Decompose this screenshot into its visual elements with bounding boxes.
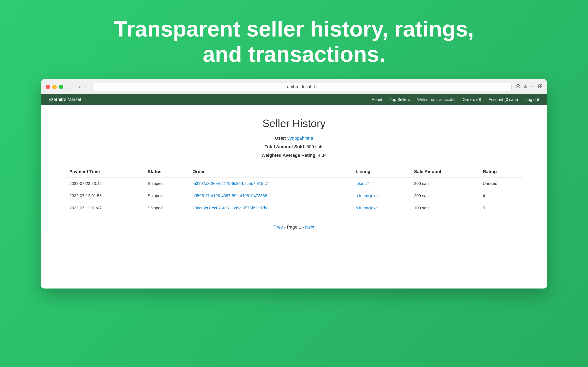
browser-chrome: umbrel.local ↻ [41,79,547,94]
col-order: Order [189,166,352,177]
order-link-0[interactable]: fa2207a3-2ee4-4175-9c86-b2cab7fe15d7 [192,181,268,186]
cell-listing-0: joke #2 [352,177,410,190]
cell-sale-amount-2: 100 sats [410,202,479,214]
nav-orders[interactable]: Orders (0) [463,97,481,102]
nav-about[interactable]: About [372,97,382,102]
user-link[interactable]: vydbpahmna [287,136,313,141]
browser-window: umbrel.local ↻ [41,79,547,289]
col-payment-time: Payment Time [65,166,144,177]
listing-link-1[interactable]: a funny joke [356,193,378,198]
sidebar-toggle-button[interactable] [67,84,73,90]
cell-status-2: Shipped [144,202,189,214]
cell-rating-1: 4 [479,190,523,202]
main-content: Seller History User: vydbpahmna Total Am… [41,105,547,289]
maximize-button[interactable] [59,85,63,89]
nav-links: About Top Sellers Welcome, qwztcxutsl Or… [372,97,539,102]
prev-link[interactable]: Prev [274,225,283,230]
order-link-1[interactable]: a35951f7-d196-4387-89ff-d19810473868 [192,193,267,198]
cell-payment-time-2: 2022-07-12 01:47 [65,202,144,214]
close-button[interactable] [46,85,50,89]
traffic-lights [46,85,63,89]
reload-icon[interactable]: ↻ [314,84,317,89]
cell-order-2: 13ced2a1-ec87-4a51-8a9c-5575fe2c07b8 [189,202,352,214]
page-separator-1: - [284,225,287,230]
table-row: 2022-07-12 01:47 Shipped 13ced2a1-ec87-4… [65,202,523,214]
download-button[interactable] [516,84,520,90]
cell-rating-2: 5 [479,202,523,214]
page-title: Seller History [65,117,523,129]
cell-order-1: a35951f7-d196-4387-89ff-d19810473868 [189,190,352,202]
page-separator-2: - [302,225,305,230]
page-indicator: Page 1 [287,225,301,230]
hero-line1: Transparent seller history, ratings, [114,16,474,42]
minimize-button[interactable] [52,85,57,89]
cell-payment-time-1: 2022-07-12 01:55 [65,190,144,202]
hero-line2: and transactions. [114,42,474,67]
browser-actions [516,84,542,90]
back-button[interactable] [77,84,82,90]
nav-welcome: Welcome, qwztcxutsl [417,97,455,102]
tabs-overview-button[interactable] [538,84,542,90]
share-button[interactable] [523,84,527,90]
cell-sale-amount-0: 200 sats [410,177,479,190]
svg-rect-6 [540,85,542,86]
col-rating: Rating [479,166,523,177]
cell-listing-1: a funny joke [352,190,410,202]
new-tab-button[interactable] [531,84,535,90]
cell-order-0: fa2207a3-2ee4-4175-9c86-b2cab7fe15d7 [189,177,352,190]
col-status: Status [144,166,189,177]
col-listing: Listing [352,166,410,177]
svg-rect-8 [540,86,542,88]
next-link[interactable]: Next [305,225,314,230]
site-brand[interactable]: yzernik's Market [49,97,81,102]
avg-rating: Weighted Average Rating: 4.34 [65,153,523,158]
site-nav: yzernik's Market About Top Sellers Welco… [41,94,547,105]
svg-rect-0 [68,85,69,89]
listing-link-0[interactable]: joke #2 [356,181,369,186]
svg-rect-7 [539,86,540,88]
pagination: Prev - Page 1 - Next [65,225,523,230]
nav-account[interactable]: Account (0 sats) [489,97,518,102]
url-text: umbrel.local [287,84,311,90]
order-link-2[interactable]: 13ced2a1-ec87-4a51-8a9c-5575fe2c07b8 [192,206,269,210]
nav-top-sellers[interactable]: Top Sellers [389,97,410,102]
svg-rect-5 [539,85,540,86]
cell-rating-0: Unrated [479,177,523,190]
col-sale-amount: Sale Amount [410,166,479,177]
cell-status-0: Shipped [144,177,189,190]
forward-button[interactable] [83,84,88,90]
listing-link-2[interactable]: a funny joke [356,206,378,210]
seller-history-table: Payment Time Status Order Listing Sale A… [65,166,523,214]
nav-logout[interactable]: Log out [525,97,539,102]
url-bar[interactable]: umbrel.local ↻ [92,83,512,91]
cell-payment-time-0: 2022-07-23 23:42 [65,177,144,190]
cell-sale-amount-1: 200 sats [410,190,479,202]
hero-heading: Transparent seller history, ratings, and… [106,0,482,79]
user-info: User: vydbpahmna [65,136,523,141]
cell-listing-2: a funny joke [352,202,410,214]
cell-status-1: Shipped [144,190,189,202]
total-sold: Total Amount Sold: 500 sats [65,144,523,150]
table-row: 2022-07-23 23:42 Shipped fa2207a3-2ee4-4… [65,177,523,190]
table-row: 2022-07-12 01:55 Shipped a35951f7-d196-4… [65,190,523,202]
